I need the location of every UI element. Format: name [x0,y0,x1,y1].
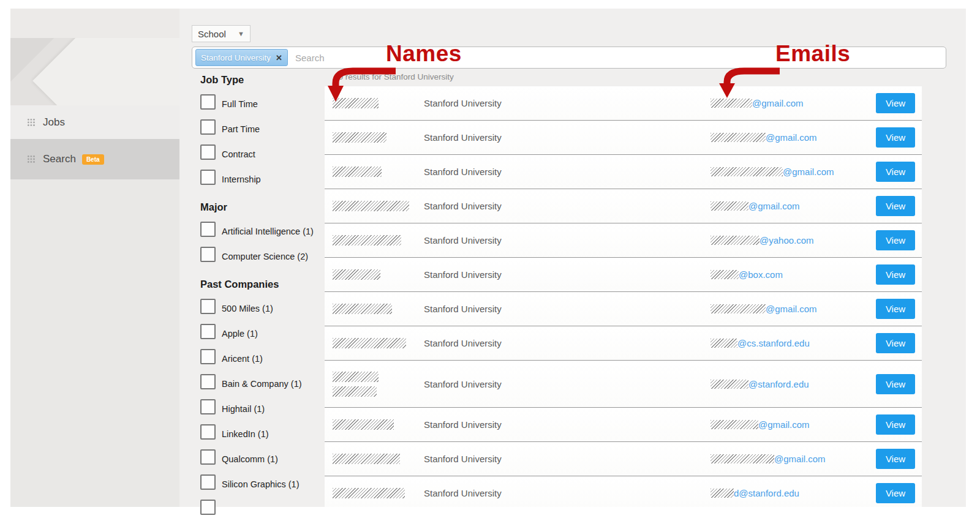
email: @stanford.edu [710,379,876,389]
email-redaction-hatch [710,236,760,245]
filter-option[interactable]: Hightail (1) [200,399,332,414]
view-button[interactable]: View [876,374,915,394]
app-frame: LOGOUT Jobs Search Beta School ▼ Stanfor… [10,9,966,507]
view-button[interactable]: View [876,162,915,182]
banner-shape [32,38,179,105]
email: d@stanford.edu [710,488,876,498]
checkbox-unchecked[interactable] [200,144,216,160]
checkbox-unchecked[interactable] [200,119,216,135]
filter-option-label: Artificial Intelligence (1) [222,227,314,238]
filter-option-label: Qualcomm (1) [222,455,278,465]
sidebar-item-search[interactable]: Search Beta [10,139,179,179]
filter-option[interactable]: Part Time [200,119,332,135]
email-domain: @gmail.com [783,167,834,177]
filter-option-label: Full Time [222,100,258,110]
filter-option[interactable]: Bain & Company (1) [200,374,332,389]
sidebar-banner-image: LOGOUT [10,38,179,105]
redacted-name [325,201,424,211]
school-name: Stanford University [424,132,710,143]
sidebar-item-jobs[interactable]: Jobs [10,105,179,139]
grip-icon [27,118,36,127]
redacted-name [325,132,424,143]
school-name: Stanford University [424,379,710,389]
filter-option-label: Bain & Company (1) [222,380,302,390]
filter-section: Job TypeFull TimePart TimeContractIntern… [200,74,332,185]
view-button[interactable]: View [876,414,915,435]
filter-section-title: Major [200,201,332,213]
email-redaction-hatch [710,454,774,463]
filter-option-label: Contract [222,150,255,160]
email-redaction-hatch [710,380,748,389]
name-redaction-hatch [333,372,379,382]
checkbox-unchecked[interactable] [200,500,216,515]
email-domain: @gmail.com [758,419,810,430]
filter-option[interactable]: Apple (1) [200,324,332,339]
checkbox-unchecked[interactable] [200,449,216,465]
email-domain: @stanford.edu [748,379,809,389]
view-button[interactable]: View [876,264,915,285]
view-button[interactable]: View [876,93,915,113]
school-name: Stanford University [424,419,710,430]
school-dropdown[interactable]: School ▼ [192,25,251,42]
filter-option[interactable]: Contract [200,144,332,160]
checkbox-unchecked[interactable] [200,222,216,237]
checkbox-unchecked[interactable] [200,374,216,389]
filter-option[interactable]: Internship [200,170,332,185]
view-button[interactable]: View [876,483,915,503]
filter-option[interactable]: Artificial Intelligence (1) [200,222,332,237]
redacted-name [325,304,424,314]
email-redaction-hatch [710,339,737,348]
view-button[interactable]: View [876,230,915,250]
school-name: Stanford University [424,201,710,211]
filter-option[interactable]: LinkedIn (1) [200,424,332,440]
filter-option-label: Hightail (1) [222,405,265,415]
filter-chip-stanford[interactable]: Stanford University ✕ [195,49,288,66]
filter-option-label: 500 Miles (1) [222,304,273,315]
email: @yahoo.com [710,235,876,246]
result-row: Stanford University@gmail.comView [325,442,922,476]
checkbox-unchecked[interactable] [200,94,216,110]
checkbox-unchecked[interactable] [200,299,216,314]
school-name: Stanford University [424,304,710,314]
view-button[interactable]: View [876,449,915,469]
email-domain: @cs.stanford.edu [737,338,810,348]
email: @gmail.com [710,419,876,430]
checkbox-unchecked[interactable] [200,247,216,262]
filter-option[interactable]: Aricent (1) [200,349,332,364]
names-annotation-arrow [323,58,398,105]
checkbox-unchecked[interactable] [200,349,216,364]
filter-option[interactable]: 500 Miles (1) [200,299,332,314]
checkbox-unchecked[interactable] [200,474,216,490]
filter-option[interactable]: Computer Science (2) [200,247,332,262]
result-row: Stanford University@stanford.eduView [325,361,922,408]
filter-option-label: LinkedIn (1) [222,430,269,440]
school-name: Stanford University [424,488,710,498]
redacted-name [325,338,424,348]
email-redaction-hatch [710,420,758,429]
filter-option[interactable]: Qualcomm (1) [200,449,332,465]
view-button[interactable]: View [876,299,915,319]
view-button[interactable]: View [876,333,915,353]
chip-remove-icon[interactable]: ✕ [276,53,282,62]
email: @cs.stanford.edu [710,338,876,348]
checkbox-unchecked[interactable] [200,170,216,185]
filter-option-label: Silicon Graphics (1) [222,480,300,490]
view-button[interactable]: View [876,127,915,148]
school-dropdown-label: School [198,29,226,39]
name-redaction-hatch [333,201,409,211]
filter-option[interactable]: Silicon Graphics (1) [200,474,332,490]
view-button[interactable]: View [876,196,915,216]
email: @gmail.com [710,304,876,314]
checkbox-unchecked[interactable] [200,324,216,339]
checkbox-unchecked[interactable] [200,424,216,440]
filter-option[interactable]: Full Time [200,94,332,110]
email-redaction-hatch [710,270,739,279]
filter-option[interactable] [200,500,332,515]
checkbox-unchecked[interactable] [200,399,216,414]
email-domain: @gmail.com [774,454,826,464]
email-domain: @box.com [739,269,783,280]
email-domain: @gmail.com [748,201,800,211]
email: @gmail.com [710,201,876,211]
filter-section: Past Companies500 Miles (1)Apple (1)Aric… [200,279,332,515]
filter-option-label: Part Time [222,125,260,135]
